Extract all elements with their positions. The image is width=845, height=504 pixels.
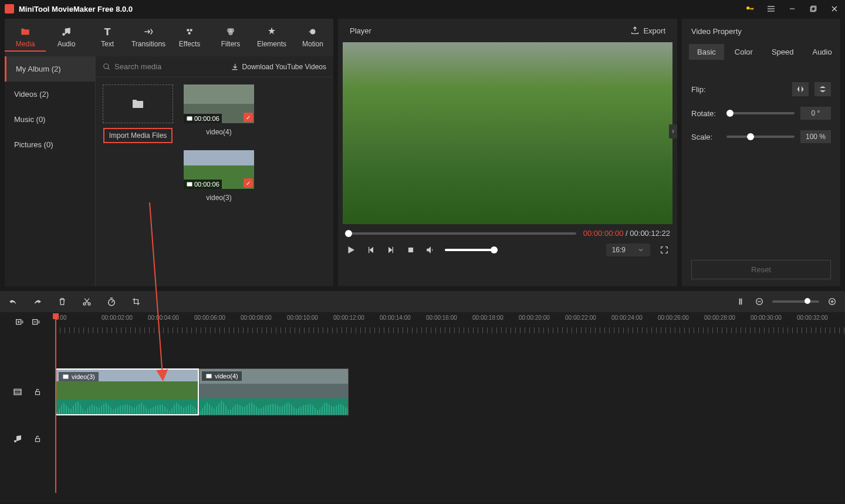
tab-speed[interactable]: Speed (763, 44, 802, 60)
lock-audio-track-button[interactable] (32, 433, 43, 445)
effects-icon (184, 26, 195, 38)
filters-icon (225, 26, 236, 38)
flip-label: Flip: (691, 85, 721, 94)
minimize-button[interactable] (786, 3, 798, 15)
tab-audio[interactable]: Audio (46, 23, 87, 52)
import-media-button[interactable]: Import Media Files (103, 128, 173, 143)
scale-slider[interactable] (726, 136, 795, 138)
play-button[interactable] (345, 244, 357, 256)
export-button[interactable]: Export (630, 26, 665, 35)
tick-label: 00:00:06:00 (194, 314, 225, 321)
svg-rect-38 (207, 374, 212, 378)
tick-label: 00:00:30:00 (751, 314, 782, 321)
tab-color[interactable]: Color (726, 44, 761, 60)
fullscreen-button[interactable] (658, 244, 670, 256)
transition-icon (143, 26, 154, 38)
tick-label: 00:00:24:00 (611, 314, 643, 321)
app-title: MiniTool MovieMaker Free 8.0.0 (19, 5, 133, 13)
zoom-out-button[interactable] (753, 296, 765, 307)
next-frame-button[interactable] (385, 244, 397, 256)
download-icon (231, 63, 239, 71)
tick-label: 00:00:20:00 (519, 314, 550, 321)
svg-rect-5 (810, 7, 815, 12)
player-preview[interactable] (343, 42, 672, 224)
cut-button[interactable] (81, 296, 93, 307)
timeline-ruler[interactable]: 0:0000:00:02:0000:00:04:0000:00:06:0000:… (55, 312, 845, 333)
svg-line-17 (108, 67, 110, 69)
panel-collapse-button[interactable] (669, 124, 677, 138)
sidebar-music[interactable]: Music (0) (5, 107, 95, 132)
maximize-button[interactable] (807, 3, 819, 15)
zoom-slider[interactable] (772, 300, 819, 303)
download-youtube-link[interactable]: Download YouTube Videos (231, 63, 326, 71)
volume-slider[interactable] (445, 249, 498, 251)
zoom-in-button[interactable] (826, 296, 838, 307)
tick-label: 00:00:08:00 (241, 314, 272, 321)
scale-value[interactable]: 100 % (800, 130, 831, 143)
tick-label: 00:00:22:00 (565, 314, 596, 321)
undo-button[interactable] (7, 296, 19, 307)
tab-media[interactable]: Media (5, 23, 46, 52)
aspect-ratio-select[interactable]: 16:9 (606, 243, 650, 256)
tab-transitions[interactable]: Transitions (128, 23, 169, 52)
category-tabs: Media Audio Text Transitions Effects Fil… (5, 19, 333, 56)
search-input[interactable]: Search media (103, 62, 161, 71)
tick-label: 00:00:12:00 (333, 314, 364, 321)
rotate-value[interactable]: 0 ° (800, 107, 831, 120)
rotate-slider[interactable] (726, 112, 795, 114)
tick-label: 00:00:10:00 (287, 314, 318, 321)
tab-text[interactable]: Text (87, 23, 128, 52)
svg-rect-24 (739, 299, 741, 305)
svg-rect-20 (408, 248, 413, 252)
timeline-clip-video3[interactable]: video(3) (55, 368, 199, 415)
svg-point-13 (228, 31, 233, 36)
motion-icon (307, 26, 319, 38)
remove-track-button[interactable] (30, 317, 42, 329)
import-dropzone[interactable] (103, 84, 173, 123)
svg-rect-37 (63, 375, 69, 379)
tab-effects[interactable]: Effects (169, 23, 210, 52)
svg-rect-8 (187, 29, 190, 32)
sidebar-pictures[interactable]: Pictures (0) (5, 132, 95, 157)
tab-basic[interactable]: Basic (689, 44, 724, 60)
playhead[interactable] (55, 317, 56, 493)
sidebar-my-album[interactable]: My Album (2) (5, 56, 95, 82)
key-icon[interactable] (744, 3, 756, 15)
check-icon: ✓ (244, 113, 253, 122)
property-panel: Video Property Basic Color Speed Audio F… (682, 19, 840, 286)
tab-motion[interactable]: Motion (292, 23, 333, 52)
video-icon (205, 373, 212, 380)
media-item-video3[interactable]: 00:00:06 ✓ video(3) (184, 150, 254, 202)
volume-button[interactable] (425, 244, 437, 256)
crop-button[interactable] (130, 296, 142, 307)
reset-button[interactable]: Reset (691, 260, 831, 279)
playback-slider[interactable] (345, 232, 576, 235)
snap-button[interactable] (735, 296, 746, 307)
stop-button[interactable] (405, 244, 417, 256)
flip-vertical-button[interactable] (814, 82, 831, 96)
add-track-button[interactable] (13, 317, 25, 329)
delete-button[interactable] (56, 296, 68, 307)
lock-track-button[interactable] (32, 386, 43, 398)
svg-rect-33 (14, 389, 21, 394)
video-track-icon (12, 386, 23, 398)
folder-icon (19, 26, 31, 38)
menu-icon[interactable] (765, 3, 777, 15)
timeline-panel: 0:0000:00:02:0000:00:04:0000:00:06:0000:… (0, 291, 845, 503)
timeline-clip-video4[interactable]: video(4) (199, 368, 349, 415)
current-time: 00:00:00:00 (583, 229, 624, 238)
close-button[interactable] (829, 3, 840, 15)
svg-rect-25 (741, 299, 742, 305)
tab-audio[interactable]: Audio (804, 44, 840, 60)
redo-button[interactable] (32, 296, 43, 307)
tab-filters[interactable]: Filters (210, 23, 251, 52)
flip-horizontal-button[interactable] (792, 82, 809, 96)
rotate-label: Rotate: (691, 109, 721, 118)
speed-button[interactable] (106, 296, 117, 307)
video-icon (62, 373, 69, 380)
tick-label: 00:00:16:00 (426, 314, 457, 321)
music-icon (60, 26, 72, 38)
sidebar-videos[interactable]: Videos (2) (5, 82, 95, 107)
prev-frame-button[interactable] (365, 244, 377, 256)
tab-elements[interactable]: Elements (251, 23, 292, 52)
